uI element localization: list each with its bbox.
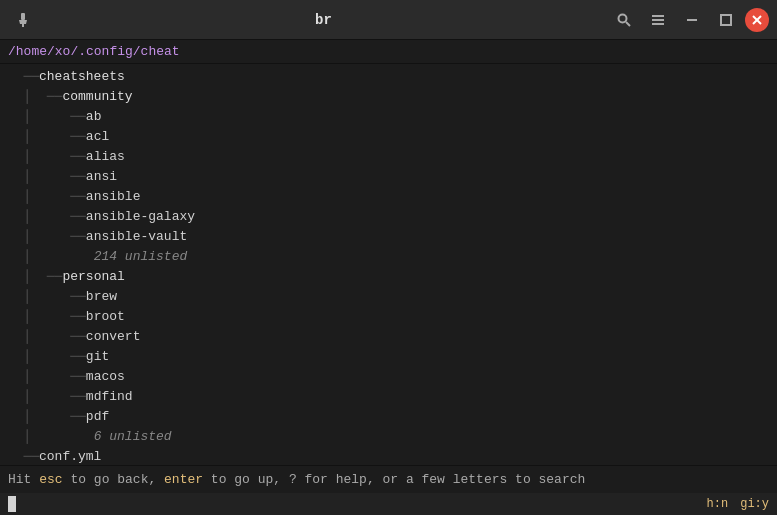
tree-indent: │ [0, 249, 94, 264]
hint-hn-label: h:n [707, 497, 729, 511]
tree-node-ab[interactable]: ab [86, 109, 102, 124]
tree-connector: ── [70, 409, 86, 424]
svg-line-3 [626, 22, 630, 26]
tree-indent: │ [0, 329, 70, 344]
tree-row[interactable]: │ ──ansible-vault [0, 226, 777, 246]
tree-row[interactable]: │ ──community [0, 86, 777, 106]
tree-row[interactable]: │ ──brew [0, 286, 777, 306]
close-button[interactable] [745, 8, 769, 32]
svg-rect-6 [652, 23, 664, 25]
tree-node-ansible-vault[interactable]: ansible-vault [86, 229, 187, 244]
cursor-indicator [8, 496, 16, 512]
svg-rect-0 [21, 13, 25, 20]
tree-indent: │ [0, 409, 70, 424]
tree-node-pdf[interactable]: pdf [86, 409, 109, 424]
tree-node-convert[interactable]: convert [86, 329, 141, 344]
tree-node-cheatsheets[interactable]: cheatsheets [39, 69, 125, 84]
tree-row[interactable]: │ ──mdfind [0, 386, 777, 406]
tree-indent: │ [0, 109, 70, 124]
menu-button[interactable] [643, 5, 673, 35]
tree-node-ansi[interactable]: ansi [86, 169, 117, 184]
hint-hn: h:n [707, 497, 729, 511]
tree-node-personal[interactable]: personal [62, 269, 124, 284]
content-area: /home/xo/.config/cheat ──cheatsheets │ ─… [0, 40, 777, 515]
tree-row[interactable]: │ ──alias [0, 146, 777, 166]
tree-indent: │ [0, 89, 47, 104]
maximize-icon [718, 12, 734, 28]
tree-row[interactable]: │ ──pdf [0, 406, 777, 426]
tree-row[interactable]: │ ──ansible-galaxy [0, 206, 777, 226]
tree-node-mdfind[interactable]: mdfind [86, 389, 133, 404]
tree-indent: │ [0, 349, 70, 364]
search-button[interactable] [609, 5, 639, 35]
tree-indent: │ [0, 269, 47, 284]
tree-row[interactable]: ──conf.yml [0, 446, 777, 465]
window-controls [609, 5, 769, 35]
tree-row[interactable]: │ ──convert [0, 326, 777, 346]
tree-row[interactable]: │ ──git [0, 346, 777, 366]
tree-indent: │ [0, 189, 70, 204]
tree-connector: ── [70, 229, 86, 244]
svg-rect-5 [652, 19, 664, 21]
tree-connector: ── [23, 449, 39, 464]
tree-indent: │ [0, 429, 94, 444]
tree-indent: │ [0, 369, 70, 384]
tree-node-git[interactable]: git [86, 349, 109, 364]
window-title: br [38, 12, 609, 28]
tree-node-community[interactable]: community [62, 89, 132, 104]
path-bar: /home/xo/.config/cheat [0, 40, 777, 64]
tree-row[interactable]: │ ──ab [0, 106, 777, 126]
tree-connector: ── [47, 89, 63, 104]
tree-node-brew[interactable]: brew [86, 289, 117, 304]
tree-indent: │ [0, 169, 70, 184]
pin-button[interactable] [8, 5, 38, 35]
tree-connector: ── [70, 209, 86, 224]
tree-node-6-unlisted: 6 unlisted [94, 429, 172, 444]
hint-giy-label: gi:y [740, 497, 769, 511]
search-icon [616, 12, 632, 28]
tree-connector: ── [70, 169, 86, 184]
tree-node-214-unlisted: 214 unlisted [94, 249, 188, 264]
tree-row[interactable]: │ ──broot [0, 306, 777, 326]
tree-node-conf-yml[interactable]: conf.yml [39, 449, 101, 464]
file-tree[interactable]: ──cheatsheets │ ──community │ ──ab │ ──a… [0, 64, 777, 465]
status-text: Hit esc to go back, enter to go up, ? fo… [8, 472, 585, 487]
tree-connector: ── [47, 269, 63, 284]
minimize-button[interactable] [677, 5, 707, 35]
svg-point-2 [619, 14, 627, 22]
hint-giy: gi:y [740, 497, 769, 511]
tree-connector: ── [70, 289, 86, 304]
tree-node-acl[interactable]: acl [86, 129, 109, 144]
tree-row[interactable]: │ ──personal [0, 266, 777, 286]
tree-connector: ── [70, 149, 86, 164]
tree-connector: ── [70, 309, 86, 324]
svg-rect-8 [721, 15, 731, 25]
maximize-button[interactable] [711, 5, 741, 35]
tree-row[interactable]: ──cheatsheets [0, 66, 777, 86]
minimize-icon [684, 12, 700, 28]
tree-node-broot[interactable]: broot [86, 309, 125, 324]
tree-node-ansible[interactable]: ansible [86, 189, 141, 204]
tree-connector: ── [70, 369, 86, 384]
tree-row[interactable]: │ ──ansible [0, 186, 777, 206]
tree-indent: │ [0, 389, 70, 404]
tree-node-alias[interactable]: alias [86, 149, 125, 164]
tree-row[interactable]: │ ──ansi [0, 166, 777, 186]
menu-icon [650, 12, 666, 28]
tree-connector: ── [70, 329, 86, 344]
tree-indent: │ [0, 209, 70, 224]
tree-indent [0, 69, 23, 84]
tree-node-macos[interactable]: macos [86, 369, 125, 384]
tree-row[interactable]: │ ──macos [0, 366, 777, 386]
tree-indent: │ [0, 229, 70, 244]
tree-node-ansible-galaxy[interactable]: ansible-galaxy [86, 209, 195, 224]
tree-indent: │ [0, 289, 70, 304]
tree-connector: ── [23, 69, 39, 84]
tree-connector: ── [70, 349, 86, 364]
hint-bar: h:n gi:y [0, 493, 777, 515]
tree-row[interactable]: │ ──acl [0, 126, 777, 146]
status-bar: Hit esc to go back, enter to go up, ? fo… [0, 465, 777, 493]
pin-icon [15, 12, 31, 28]
svg-rect-7 [687, 19, 697, 21]
tree-indent: │ [0, 129, 70, 144]
